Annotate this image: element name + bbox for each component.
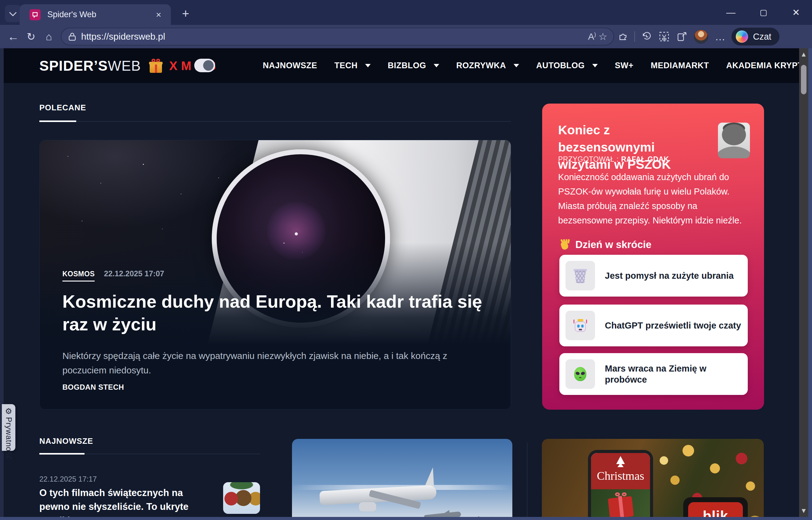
christmas-tree-icon [616, 456, 625, 464]
nav-item-mediamarkt[interactable]: MEDIAMARKT [651, 61, 709, 70]
digest-title[interactable]: Koniec z bezsensownymi wizytami w PSZOK [558, 122, 706, 173]
hero-category-link[interactable]: KOSMOS [62, 270, 95, 282]
browser-toolbar: ← ↻ ⌂ https://spidersweb.pl A) ☆ … Czat [0, 25, 812, 48]
fighter-jet-art [424, 512, 461, 517]
site-favicon-icon [29, 9, 41, 20]
wastebasket-icon [566, 261, 595, 290]
article-date: 22.12.2025 17:17 [40, 475, 97, 484]
scroll-up-icon[interactable]: ▲ [800, 48, 807, 60]
digest-subhead-label: Dzień w skrócie [575, 239, 652, 251]
digest-prepared-label: PRZYGOTOWAŁ : [558, 155, 619, 163]
minimize-button[interactable]: — [724, 5, 738, 20]
nav-item-bizblog[interactable]: BIZBLOG [388, 61, 439, 70]
more-menu-icon[interactable]: … [711, 28, 729, 46]
waving-hand-icon [559, 239, 570, 250]
maximize-button[interactable]: ▢ [756, 5, 771, 20]
main-nav: NAJNOWSZE TECH BIZBLOG ROZRYWKA AUTOBLOG… [263, 48, 799, 83]
blik-logo: blik [703, 508, 728, 517]
polecane-section-label: POLECANE [40, 103, 86, 112]
home-button[interactable]: ⌂ [40, 28, 58, 46]
new-tab-button[interactable]: + [178, 5, 193, 22]
plane-engine-art [359, 502, 376, 512]
digest-body: Konieczność oddawania zużytych ubrań do … [558, 170, 754, 228]
digest-item-chatgpt[interactable]: ChatGPT prześwietli twoje czaty [559, 305, 748, 346]
dropdown-caret-icon [514, 64, 519, 67]
robot-icon [566, 311, 595, 340]
digest-byline: PRZYGOTOWAŁ :RAFAŁ GDAK [558, 155, 669, 163]
hero-title[interactable]: Kosmiczne duchy nad Europą. Taki kadr tr… [62, 290, 511, 336]
plane-article-image[interactable] [292, 439, 512, 517]
window-controls: — ▢ ✕ [724, 0, 804, 25]
dropdown-caret-icon [592, 64, 598, 67]
phone-illustration: Christmas Shop Now [588, 450, 653, 517]
digest-subhead: Dzień w skrócie [559, 239, 652, 251]
nav-item-najnowsze[interactable]: NAJNOWSZE [263, 61, 317, 70]
dropdown-caret-icon [434, 64, 439, 67]
logo-text-strong: SPIDER’S [40, 57, 108, 74]
hero-date: 22.12.2025 17:07 [104, 269, 164, 278]
copilot-chat-label: Czat [753, 32, 771, 42]
copilot-chat-button[interactable]: Czat [732, 28, 780, 46]
site-header: SPIDER’SWEB XMAS NAJNOWSZE TECH BIZBLOG … [4, 48, 799, 83]
back-button[interactable]: ← [4, 28, 22, 46]
nav-item-autoblog[interactable]: AUTOBLOG [536, 61, 598, 70]
refresh-button[interactable]: ↻ [22, 28, 40, 46]
gift-photo-art [591, 489, 650, 517]
scroll-down-icon[interactable]: ▼ [800, 504, 807, 517]
nav-item-swplus[interactable]: SW+ [615, 61, 634, 70]
scrollbar-thumb[interactable] [801, 65, 807, 94]
tab-title: Spider's Web [47, 10, 152, 19]
read-aloud-icon[interactable]: A) [588, 31, 596, 42]
window-frame-right [808, 48, 812, 520]
article-title[interactable]: O tych filmach świątecznych na pewno nie… [40, 486, 214, 517]
browser-titlebar: Spider's Web × + — ▢ ✕ [0, 0, 812, 25]
christmas-screen-title: Christmas [591, 469, 650, 483]
window-frame-bottom [0, 517, 812, 520]
digest-item-mars[interactable]: Mars wraca na Ziemię w probówce [559, 353, 748, 395]
column-divider [527, 443, 527, 517]
digest-item-label: Jest pomysł na zużyte ubrania [605, 270, 740, 281]
digest-item-label: ChatGPT prześwietli twoje czaty [605, 320, 747, 331]
url-text[interactable]: https://spidersweb.pl [81, 31, 588, 42]
hero-description: Niektórzy spędzają całe życie na wypatry… [62, 348, 480, 378]
profile-avatar[interactable] [694, 29, 708, 44]
tab-search-button[interactable] [5, 5, 21, 22]
privacy-label: Prywatność [4, 417, 13, 460]
extensions-icon[interactable] [614, 28, 632, 46]
digest-card[interactable]: Koniec z bezsensownymi wizytami w PSZOK … [542, 104, 764, 410]
nav-item-akademia-krypto[interactable]: AKADEMIA KRYPTO [726, 61, 799, 70]
toolbar-divider [634, 31, 635, 42]
share-icon[interactable] [673, 28, 691, 46]
dropdown-caret-icon [365, 64, 371, 67]
copilot-icon [736, 30, 748, 43]
article-thumbnail[interactable] [223, 482, 260, 514]
digest-item-ubrania[interactable]: Jest pomysł na zużyte ubrania [559, 255, 748, 296]
lock-icon [68, 32, 76, 41]
blik-article-image[interactable]: Christmas Shop Now blik [542, 439, 764, 517]
hero-article-card[interactable]: KOSMOS 22.12.2025 17:07 Kosmiczne duchy … [40, 140, 511, 410]
najnowsze-divider-accent [40, 453, 84, 454]
browser-tab[interactable]: Spider's Web × [20, 4, 171, 25]
hero-author[interactable]: BOGDAN STECH [62, 383, 124, 392]
payment-terminal-illustration: blik [683, 497, 748, 517]
history-icon[interactable] [637, 28, 655, 46]
tab-close-icon[interactable]: × [152, 8, 165, 22]
page-scrollbar[interactable]: ▲ ▼ [799, 48, 808, 517]
close-window-button[interactable]: ✕ [789, 5, 804, 20]
xmas-theme-toggle[interactable] [194, 59, 215, 72]
digest-author-name[interactable]: RAFAŁ GDAK [621, 155, 669, 163]
address-bar[interactable]: https://spidersweb.pl A) ☆ [61, 28, 614, 46]
polecane-divider-accent [40, 121, 76, 122]
polecane-divider [40, 121, 511, 122]
digest-item-label: Mars wraca na Ziemię w probówce [605, 363, 748, 385]
site-logo[interactable]: SPIDER’SWEB XMAS [40, 57, 219, 74]
gear-icon: ⚙ [5, 407, 12, 415]
digest-author-avatar [718, 123, 750, 158]
nav-item-tech[interactable]: TECH [334, 61, 371, 70]
favorite-star-icon[interactable]: ☆ [598, 31, 607, 43]
nav-item-rozrywka[interactable]: ROZRYWKA [456, 61, 519, 70]
privacy-tab[interactable]: ⚙ Prywatność [2, 404, 16, 451]
najnowsze-section-label: NAJNOWSZE [40, 436, 93, 446]
chevron-down-icon [9, 8, 17, 19]
screenshot-icon[interactable] [655, 28, 673, 46]
